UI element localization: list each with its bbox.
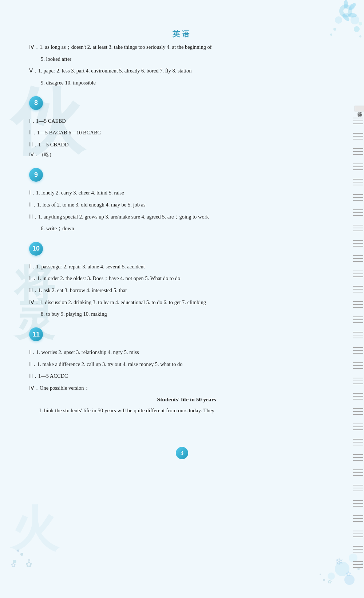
page-number: 3 bbox=[0, 447, 364, 459]
svg-point-26 bbox=[20, 553, 23, 556]
section8-line3: Ⅲ．1—5 CBADD bbox=[29, 140, 344, 149]
section11-line4: Ⅳ．One possible version： bbox=[29, 383, 344, 393]
section11-line1: Ⅰ．1. worries 2. upset 3. relationship 4.… bbox=[29, 348, 344, 357]
section8-badge: 8 bbox=[29, 96, 43, 110]
svg-text:❄: ❄ bbox=[335, 556, 343, 567]
section10-line1: Ⅰ．1. passenger 2. repair 3. alone 4. sev… bbox=[29, 262, 344, 271]
section10-badge: 10 bbox=[29, 242, 43, 256]
svg-point-25 bbox=[13, 560, 16, 563]
essay-title: Students' life in 50 years bbox=[29, 396, 344, 403]
bottom-left-dots: ✿ ✿ bbox=[7, 532, 51, 569]
section10-line5: 8. to buy 9. playing 10. making bbox=[41, 310, 344, 319]
page-title: 英语 bbox=[0, 0, 364, 39]
svg-text:✿: ✿ bbox=[328, 579, 332, 585]
essay-body: I think the students' life in 50 years w… bbox=[39, 406, 344, 416]
pre-section8-iv: Ⅳ．1. as long as；doesn't 2. at least 3. t… bbox=[29, 43, 344, 87]
svg-point-17 bbox=[344, 575, 355, 585]
svg-text:✿: ✿ bbox=[346, 570, 351, 578]
section11-line2: Ⅱ．1. make a difference 2. call up 3. try… bbox=[29, 360, 344, 369]
main-content: Ⅳ．1. as long as；doesn't 2. at least 3. t… bbox=[29, 43, 344, 440]
section9-line3: Ⅲ．1. anything special 2. grows up 3. are… bbox=[29, 212, 344, 221]
section11-line3: Ⅲ．1—5 ACCDC bbox=[29, 371, 344, 381]
iv-line2: 5. looked after bbox=[41, 55, 344, 64]
section9-badge: 9 bbox=[29, 168, 43, 182]
svg-text:✿: ✿ bbox=[25, 560, 32, 569]
v-line1: Ⅴ．1. paper 2. less 3. part 4. environmen… bbox=[29, 66, 344, 75]
svg-point-16 bbox=[328, 573, 335, 580]
section10-line3: Ⅲ．1. ask 2. eat 3. borrow 4. interested … bbox=[29, 286, 344, 295]
svg-point-22 bbox=[320, 574, 321, 575]
section8-line1: Ⅰ．1—5 CAEBD bbox=[29, 117, 344, 126]
section9-line1: Ⅰ．1. lonely 2. carry 3. cheer 4. blind 5… bbox=[29, 188, 344, 197]
right-answer-dashes bbox=[352, 117, 364, 575]
section10-line4: Ⅳ．1. discussion 2. drinking 3. to learn … bbox=[29, 298, 344, 307]
iv-line1: Ⅳ．1. as long as；doesn't 2. at least 3. t… bbox=[29, 43, 344, 52]
svg-text:✿: ✿ bbox=[11, 562, 16, 568]
section11-badge: 11 bbox=[29, 327, 43, 341]
section8-lue: Ⅳ．（略） bbox=[29, 150, 344, 159]
section8-block: 8 Ⅰ．1—5 CAEBD Ⅱ．1—5 BACAB 6—10 BCABC Ⅲ．1… bbox=[29, 90, 344, 160]
section10-line2: Ⅱ．1. in order 2. the oldest 3. Does；have… bbox=[29, 274, 344, 283]
section10-block: 10 Ⅰ．1. passenger 2. repair 3. alone 4. … bbox=[29, 235, 344, 319]
section8-line2: Ⅱ．1—5 BACAB 6—10 BCABC bbox=[29, 128, 344, 137]
svg-point-28 bbox=[17, 550, 19, 552]
section9-line2: Ⅱ．1. lots of 2. to me 3. old enough 4. m… bbox=[29, 200, 344, 209]
svg-point-27 bbox=[28, 559, 30, 561]
svg-point-14 bbox=[335, 562, 349, 576]
zonghe-tab: 综合 bbox=[355, 106, 364, 111]
section11-block: 11 Ⅰ．1. worries 2. upset 3. relationship… bbox=[29, 321, 344, 416]
svg-point-21 bbox=[323, 579, 325, 581]
section9-block: 9 Ⅰ．1. lonely 2. carry 3. cheer 4. blind… bbox=[29, 161, 344, 233]
bottom-watermark: 火 bbox=[11, 497, 58, 562]
v-line2: 9. disagree 10. impossible bbox=[41, 78, 344, 87]
section9-line4: 6. write；down bbox=[41, 224, 344, 233]
